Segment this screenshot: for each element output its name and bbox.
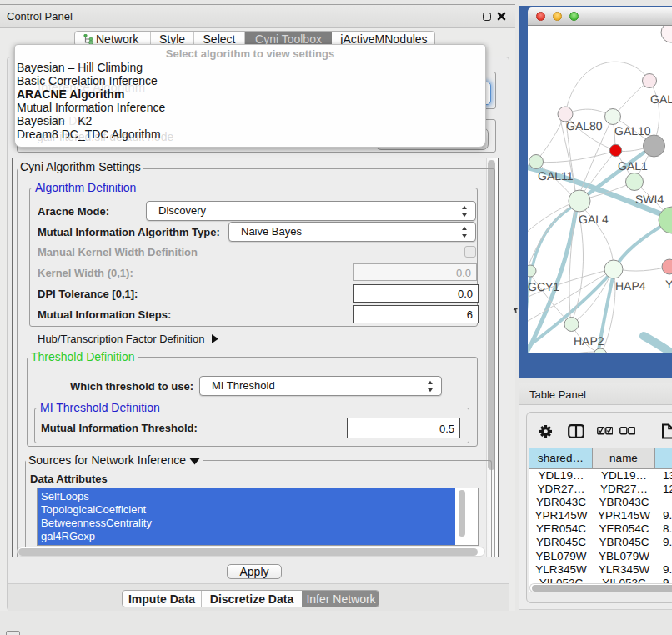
svg-text:GAL11: GAL11 — [538, 169, 574, 182]
svg-text:GAL2: GAL2 — [650, 92, 672, 106]
svg-text:SWI4: SWI4 — [635, 192, 664, 206]
svg-text:HAP4: HAP4 — [615, 279, 646, 292]
svg-text:GAL80: GAL80 — [566, 119, 603, 132]
svg-text:GCY1: GCY1 — [528, 280, 559, 293]
svg-text:HAP2: HAP2 — [574, 334, 604, 348]
svg-text:GAL1: GAL1 — [618, 159, 648, 172]
svg-text:Y: Y — [665, 278, 672, 291]
svg-text:GAL4: GAL4 — [579, 212, 609, 226]
svg-text:GAL10: GAL10 — [614, 124, 651, 138]
